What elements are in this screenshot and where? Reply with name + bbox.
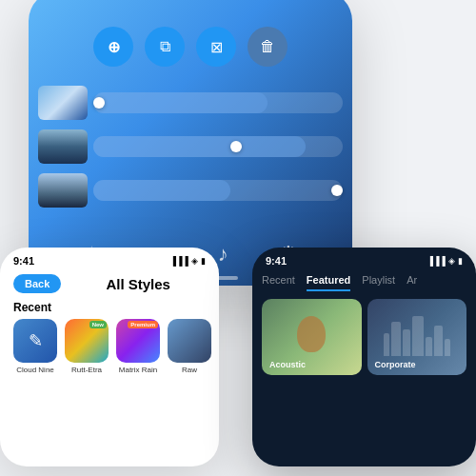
new-badge: New [89, 321, 107, 328]
add-clip-button[interactable]: ⊕ [93, 27, 133, 67]
featured-grid: Acoustic Corporate [252, 299, 476, 375]
duplicate-button[interactable]: ⧉ [145, 27, 185, 67]
track-thumbnail [38, 129, 88, 164]
signal-icon: ▐▐▐ [170, 256, 188, 266]
timeline-tracks [29, 86, 352, 217]
status-icons: ▐▐▐ ◈ ▮ [170, 256, 206, 266]
page-title: All Styles [70, 276, 206, 292]
style-thumbnail-cloud-nine [13, 319, 57, 363]
tab-recent[interactable]: Recent [262, 274, 295, 291]
card-label-acoustic: Acoustic [269, 360, 306, 369]
track-bar-container[interactable] [93, 180, 343, 201]
battery-icon: ▮ [458, 256, 463, 266]
featured-phone: 9:41 ▐▐▐ ◈ ▮ Recent Featured Playlist Ar… [252, 248, 476, 466]
track-thumbnail [38, 173, 88, 208]
status-time: 9:41 [13, 255, 34, 267]
styles-header: Back All Styles [0, 270, 219, 299]
back-button[interactable]: Back [13, 274, 61, 293]
wifi-icon: ◈ [191, 256, 198, 266]
battery-icon: ▮ [201, 256, 206, 266]
style-thumbnail-raw [168, 319, 211, 363]
track-handle-start[interactable] [93, 97, 105, 109]
style-item[interactable]: Raw [168, 319, 211, 374]
track-bar-container[interactable] [93, 136, 343, 157]
status-icons: ▐▐▐ ◈ ▮ [427, 256, 463, 266]
city-skyline-decoration [367, 316, 467, 356]
featured-tabs: Recent Featured Playlist Ar [252, 270, 476, 299]
track-row [38, 129, 343, 164]
status-time: 9:41 [266, 255, 287, 267]
delete-button[interactable]: 🗑 [248, 27, 288, 67]
style-label: Raw [182, 366, 197, 374]
recent-section-label: Recent [0, 299, 219, 319]
card-label-corporate: Corporate [375, 360, 416, 369]
editor-phone: ⊕ ⧉ ⊠ 🗑 [29, 0, 352, 286]
status-bar: 9:41 ▐▐▐ ◈ ▮ [252, 248, 476, 270]
featured-card-corporate[interactable]: Corporate [367, 299, 467, 375]
styles-grid: Cloud Nine New Rutt-Etra Premium Matrix … [0, 319, 219, 374]
wifi-icon: ◈ [448, 256, 455, 266]
styles-phone: 9:41 ▐▐▐ ◈ ▮ Back All Styles Recent Clou… [0, 248, 219, 466]
style-label: Cloud Nine [16, 366, 54, 374]
editor-toolbar: ⊕ ⧉ ⊠ 🗑 [29, 27, 352, 67]
style-item[interactable]: New Rutt-Etra [65, 319, 109, 374]
track-row [38, 86, 343, 120]
track-handle-end[interactable] [331, 185, 343, 196]
music-tool-button[interactable]: ♪ [218, 242, 228, 267]
style-thumbnail-rutt-etra: New [65, 319, 109, 363]
style-item[interactable]: Premium Matrix Rain [116, 319, 160, 374]
style-label: Matrix Rain [119, 366, 157, 374]
tab-ar[interactable]: Ar [407, 274, 417, 291]
track-bar-container[interactable] [93, 92, 343, 113]
track-row [38, 173, 343, 208]
style-item[interactable]: Cloud Nine [13, 319, 57, 374]
style-thumbnail-matrix-rain: Premium [116, 319, 160, 363]
featured-card-acoustic[interactable]: Acoustic [262, 299, 362, 375]
signal-icon: ▐▐▐ [427, 256, 446, 266]
track-handle-mid[interactable] [230, 141, 242, 152]
status-bar: 9:41 ▐▐▐ ◈ ▮ [0, 248, 219, 270]
track-thumbnail [38, 86, 88, 120]
crop-button[interactable]: ⊠ [196, 27, 236, 67]
tab-featured[interactable]: Featured [307, 274, 350, 291]
style-label: Rutt-Etra [71, 366, 102, 374]
tab-playlist[interactable]: Playlist [362, 274, 395, 291]
guitar-decoration [271, 308, 352, 366]
premium-badge: Premium [128, 321, 158, 328]
